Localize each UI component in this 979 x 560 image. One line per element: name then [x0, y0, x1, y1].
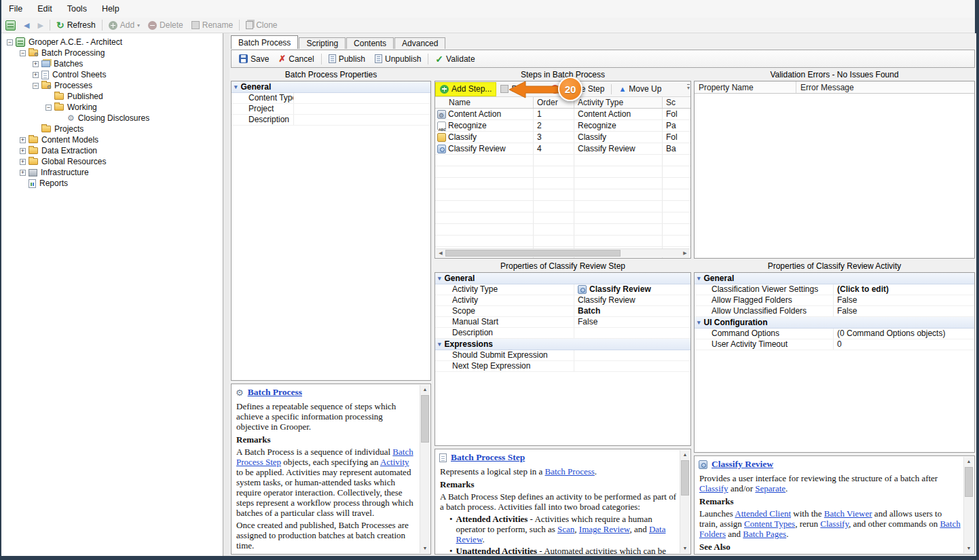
help-link-attended-client[interactable]: Attended Client [735, 508, 791, 519]
property-row-should-submit-expression[interactable]: Should Submit Expression [435, 350, 690, 361]
column-header-activity-type[interactable]: Activity Type [574, 97, 663, 108]
property-row-classification-viewer-settings[interactable]: Classification Viewer Settings(Click to … [695, 284, 974, 295]
scroll-down-icon[interactable]: ▼ [680, 544, 690, 553]
panel-splitter[interactable] [223, 33, 229, 556]
help-link-activity[interactable]: Activity [380, 457, 409, 467]
scroll-right-icon[interactable]: ▶ [680, 249, 690, 257]
step-row-recognize[interactable]: Recognize2RecognizePa [435, 120, 690, 132]
step-row-content-action[interactable]: Content Action1Content ActionFol [435, 109, 690, 120]
back-button[interactable]: ◀ [20, 18, 33, 33]
help-link-image-review[interactable]: Image Review [579, 524, 630, 534]
cancel-button[interactable]: ✗Cancel [274, 51, 318, 67]
expand-icon[interactable]: + [20, 170, 26, 176]
property-row-allow-unclassified-folders[interactable]: Allow Unclassified FoldersFalse [695, 306, 974, 317]
scroll-down-icon[interactable]: ▼ [964, 544, 974, 553]
collapse-icon[interactable]: − [45, 105, 52, 111]
tree-item-processes[interactable]: −Processes [1, 80, 223, 91]
property-row-description[interactable]: Description [435, 328, 690, 339]
property-row-manual-start[interactable]: Manual StartFalse [435, 317, 690, 328]
collapse-icon[interactable]: − [20, 50, 26, 56]
move-up-button[interactable]: ▲ Move Up [614, 82, 665, 96]
property-row-project[interactable]: Project [232, 104, 430, 115]
column-header-property-name[interactable]: Property Name [695, 81, 796, 93]
help-link-classify[interactable]: Classify [820, 519, 849, 529]
help-link-batch-viewer[interactable]: Batch Viewer [824, 508, 872, 519]
validate-button[interactable]: ✓Validate [430, 51, 479, 67]
tree-item-batch-processing[interactable]: −Batch Processing [1, 48, 223, 58]
menu-tools[interactable]: Tools [60, 0, 94, 18]
category-ui-configuration[interactable]: ▾UI Configuration [695, 317, 974, 329]
property-row-command-options[interactable]: Command Options(0 Command Options object… [695, 329, 974, 339]
help-link-classification-viewer-settings[interactable]: Classification Viewer Settings [699, 554, 806, 555]
expand-icon[interactable]: + [33, 72, 39, 78]
tree-item-grooper-a-c-e-architect[interactable]: −Grooper A.C.E. - Architect [1, 37, 223, 48]
tree-item-projects[interactable]: Projects [1, 124, 223, 134]
forward-button[interactable]: ▶ [33, 18, 47, 33]
help-link-content-types[interactable]: Content Types [744, 519, 795, 529]
scrollbar-thumb[interactable] [681, 460, 689, 496]
property-row-scope[interactable]: ScopeBatch [435, 306, 690, 317]
menu-file[interactable]: File [1, 0, 30, 18]
help-link-scan[interactable]: Scan [557, 524, 574, 534]
tab-scripting[interactable]: Scripting [299, 37, 346, 49]
category-general[interactable]: ▾General [232, 81, 430, 93]
tree-item-published[interactable]: Published [1, 91, 223, 102]
clone-button[interactable]: Clone [242, 18, 281, 33]
tab-contents[interactable]: Contents [346, 37, 394, 49]
scrollbar-thumb[interactable] [965, 467, 973, 497]
tree-item-data-extraction[interactable]: +Data Extraction [1, 145, 223, 156]
property-row-activity-type[interactable]: Activity TypeClassify Review [435, 284, 690, 295]
property-row-activity[interactable]: ActivityClassify Review [435, 295, 690, 306]
property-row-description[interactable]: Description [232, 115, 430, 126]
add-step-button[interactable]: Add Step... [435, 82, 496, 96]
add-button[interactable]: Add ▾ [105, 18, 144, 33]
collapse-icon[interactable]: − [33, 83, 39, 89]
menu-help[interactable]: Help [94, 0, 127, 18]
vertical-scrollbar[interactable]: ▲ ▼ [420, 385, 430, 553]
refresh-button[interactable]: ↻ Refresh [52, 18, 100, 33]
tree-item-batches[interactable]: +Batches [1, 58, 223, 69]
toolbar-overflow-button[interactable]: ▾ [687, 84, 690, 91]
help-title-link[interactable]: Batch Process [248, 387, 302, 398]
help-link-classify[interactable]: Classify [699, 483, 728, 493]
expand-icon[interactable]: + [33, 61, 39, 67]
help-link-command-options[interactable]: Command Options [811, 554, 878, 555]
category-general[interactable]: ▾General [695, 273, 974, 284]
collapse-icon[interactable]: − [7, 39, 13, 45]
step-row-classify[interactable]: Classify3ClassifyFol [435, 132, 690, 143]
tab-batch-process[interactable]: Batch Process [231, 35, 298, 49]
tree-item-global-resources[interactable]: +Global Resources [1, 156, 223, 167]
step-row-classify-review[interactable]: Classify Review4Classify ReviewBa [435, 143, 690, 155]
vertical-scrollbar[interactable]: ▲ ▼ [680, 450, 690, 553]
grooper-app-button[interactable] [1, 18, 20, 33]
save-button[interactable]: Save [234, 51, 274, 67]
expand-icon[interactable]: + [20, 137, 26, 143]
category-expressions[interactable]: ▾Expressions [435, 339, 690, 350]
tree-item-content-models[interactable]: +Content Models [1, 134, 223, 145]
property-row-next-step-expression[interactable]: Next Step Expression [435, 361, 690, 372]
property-row-content-type[interactable]: Content Type [232, 93, 430, 104]
scroll-left-icon[interactable]: ◀ [436, 249, 445, 257]
help-link-separate[interactable]: Separate [755, 483, 786, 493]
expand-icon[interactable]: + [20, 159, 26, 165]
property-row-user-activity-timeout[interactable]: User Activity Timeout0 [695, 339, 974, 350]
vertical-scrollbar[interactable]: ▲ ▼ [963, 457, 974, 553]
menu-edit[interactable]: Edit [30, 0, 60, 18]
scrollbar-thumb[interactable] [445, 250, 621, 257]
scroll-up-icon[interactable]: ▲ [680, 450, 690, 460]
tree-item-reports[interactable]: Reports [1, 178, 223, 189]
property-row-allow-flagged-folders[interactable]: Allow Flagged FoldersFalse [695, 295, 974, 306]
rename-button[interactable]: Rename [187, 18, 237, 33]
tab-advanced[interactable]: Advanced [394, 37, 445, 49]
scroll-up-icon[interactable]: ▲ [420, 385, 430, 394]
column-header-sc[interactable]: Sc [663, 97, 690, 108]
help-title-link[interactable]: Batch Process Step [451, 452, 525, 463]
publish-button[interactable]: Publish [324, 51, 370, 67]
tree-item-infrastructure[interactable]: +Infrastructure [1, 167, 223, 178]
scrollbar-thumb[interactable] [421, 395, 429, 443]
help-link-batch-pages[interactable]: Batch Pages [743, 529, 786, 539]
delete-button[interactable]: Delete [144, 18, 187, 33]
tree-item-working[interactable]: −Working [1, 102, 223, 113]
horizontal-scrollbar[interactable]: ◀ ▶ [436, 248, 690, 257]
scroll-up-icon[interactable]: ▲ [964, 457, 974, 466]
